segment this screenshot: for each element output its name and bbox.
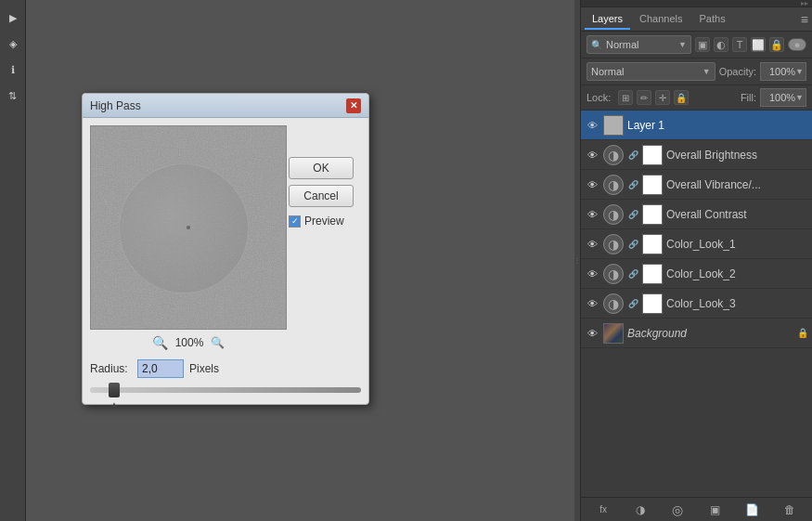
add-mask-icon[interactable]: ◑ [631,501,650,519]
tab-channels[interactable]: Channels [632,9,690,30]
link-icon-color2: 🔗 [627,267,638,281]
zoom-in-icon[interactable]: 🔍 [211,336,225,349]
filter-pixel-icon[interactable]: ▣ [695,37,710,52]
lock-artboard-icon[interactable]: 🔒 [674,90,689,105]
layer-row-layer1[interactable]: 👁 Layer 1 [581,111,812,140]
filter-toggle[interactable]: ● [788,38,806,51]
layer-thumbnail-color1 [642,234,663,254]
lock-position-icon[interactable]: ✛ [655,90,670,105]
ok-button[interactable]: OK [289,157,354,179]
visibility-icon-color1[interactable]: 👁 [585,237,599,252]
radius-slider-thumb[interactable] [109,383,120,397]
visibility-icon-vibrance[interactable]: 👁 [585,177,599,192]
filter-adjust-icon[interactable]: ◐ [714,37,728,52]
layer-row-background[interactable]: 👁 Background 🔒 [581,319,812,348]
add-style-icon[interactable]: fx [594,501,612,519]
lock-label: Lock: [586,92,611,103]
layer-thumbnail-background [603,323,624,344]
lock-transparent-icon[interactable]: ⊞ [618,90,633,105]
add-adjustment-icon[interactable]: ◎ [668,501,687,519]
visibility-icon-color2[interactable]: 👁 [585,267,599,281]
visibility-icon-color3[interactable]: 👁 [585,296,599,311]
dialog-body: 🔍 100% 🔍 OK Cancel ✓ Preview [83,118,368,404]
adjustment-icon-contrast: ◑ [603,204,624,225]
layer-row-overall-vibrance[interactable]: 👁 ◑ 🔗 Overall Vibrance/... [581,170,812,200]
filter-shape-icon[interactable]: ⬜ [751,37,766,52]
layer-name-layer1: Layer 1 [627,119,808,132]
fill-label: Fill: [741,92,756,103]
layers-search-row: 🔍 Normal ▼ ▣ ◐ T ⬜ 🔒 ● [581,32,812,59]
panel-tabs: Layers Channels Paths ≡ [581,7,812,32]
link-icon-color1: 🔗 [627,237,638,252]
opacity-control[interactable]: 100% ▼ [760,62,806,81]
layer-thumbnail-vibrance [642,175,663,195]
fill-control[interactable]: 100% ▼ [760,88,806,107]
layer-filter-icons: ▣ ◐ T ⬜ 🔒 ● [695,37,806,52]
add-group-icon[interactable]: ▣ [706,501,725,519]
link-icon-vibrance: 🔗 [627,177,638,192]
layer-row-color-look-3[interactable]: 👁 ◑ 🔗 Color_Look_3 [581,289,812,319]
visibility-icon-background[interactable]: 👁 [585,326,599,341]
radius-slider-track[interactable] [90,387,361,393]
kind-dropdown[interactable]: 🔍 Normal ▼ [586,35,691,54]
preview-row: ✓ Preview [289,215,354,228]
dialog-titlebar: High Pass ✕ [83,94,368,118]
blend-mode-arrow: ▼ [702,67,711,76]
filter-smart-icon[interactable]: 🔒 [769,37,784,52]
zoom-out-icon[interactable]: 🔍 [152,335,168,350]
tab-layers[interactable]: Layers [585,9,630,30]
blend-mode-value: Normal [591,66,624,77]
layer-thumbnail-layer1 [603,115,624,136]
slider-row [90,385,361,397]
visibility-icon-brightness[interactable]: 👁 [585,148,599,163]
fill-value: 100% [763,92,795,103]
layers-list: 👁 Layer 1 👁 ◑ 🔗 Overall Brightness 👁 ◑ 🔗… [581,111,812,497]
lock-row: Lock: ⊞ ✏ ✛ 🔒 Fill: 100% ▼ [581,85,812,111]
preview-canvas[interactable] [90,125,287,330]
dialog-buttons: OK Cancel ✓ Preview [289,157,354,228]
pixels-label: Pixels [189,362,219,375]
add-layer-icon[interactable]: 📄 [743,501,762,519]
tool-info[interactable]: ℹ [3,59,23,80]
kind-dropdown-arrow: ▼ [678,40,687,49]
preview-container: 🔍 100% 🔍 OK Cancel ✓ Preview [90,125,361,350]
kind-label: Normal [606,39,638,50]
radius-input[interactable] [137,359,184,378]
layer-row-overall-contrast[interactable]: 👁 ◑ 🔗 Overall Contrast [581,200,812,229]
opacity-row: Opacity: 100% ▼ [719,62,806,81]
lock-image-icon[interactable]: ✏ [637,90,651,105]
tool-move[interactable]: ▶ [3,7,23,28]
panel-menu-icon[interactable]: ≡ [801,12,808,27]
layer-row-overall-brightness[interactable]: 👁 ◑ 🔗 Overall Brightness [581,140,812,170]
preview-dot [187,226,190,229]
panel-top-handle: ▸▸ [581,0,812,7]
radius-row: Radius: Pixels [90,356,361,382]
tool-adjust[interactable]: ⇅ [3,85,23,106]
filter-text-icon[interactable]: T [732,37,747,52]
cancel-button[interactable]: Cancel [289,185,354,207]
tab-paths[interactable]: Paths [692,9,733,30]
layer-row-color-look-1[interactable]: 👁 ◑ 🔗 Color_Look_1 [581,229,812,259]
adjustment-icon-color2: ◑ [603,264,624,284]
preview-checkbox[interactable]: ✓ [289,215,301,228]
blend-mode-row: Normal ▼ Opacity: 100% ▼ [581,59,812,85]
tool-select[interactable]: ◈ [3,33,23,54]
layer-thumbnail-contrast [642,204,663,225]
layers-panel: ▸▸ Layers Channels Paths ≡ 🔍 Normal ▼ ▣ … [580,0,812,521]
checkbox-check-icon: ✓ [291,216,299,226]
layer-name-color2: Color_Look_2 [666,267,808,280]
visibility-icon-layer1[interactable]: 👁 [585,118,599,133]
preview-label: Preview [304,215,344,228]
preview-circle [119,163,249,293]
dialog-close-button[interactable]: ✕ [346,98,361,113]
layer-row-color-look-2[interactable]: 👁 ◑ 🔗 Color_Look_2 [581,259,812,289]
layer-name-vibrance: Overall Vibrance/... [666,178,808,191]
layers-bottom-toolbar: fx ◑ ◎ ▣ 📄 🗑 [581,497,812,521]
blend-mode-dropdown[interactable]: Normal ▼ [586,62,715,81]
opacity-arrow: ▼ [795,67,804,76]
visibility-icon-contrast[interactable]: 👁 [585,207,599,222]
opacity-label: Opacity: [719,66,756,77]
tabs-container: Layers Channels Paths [585,9,733,30]
delete-layer-icon[interactable]: 🗑 [780,501,799,519]
left-toolbar: ▶ ◈ ℹ ⇅ [0,0,26,521]
